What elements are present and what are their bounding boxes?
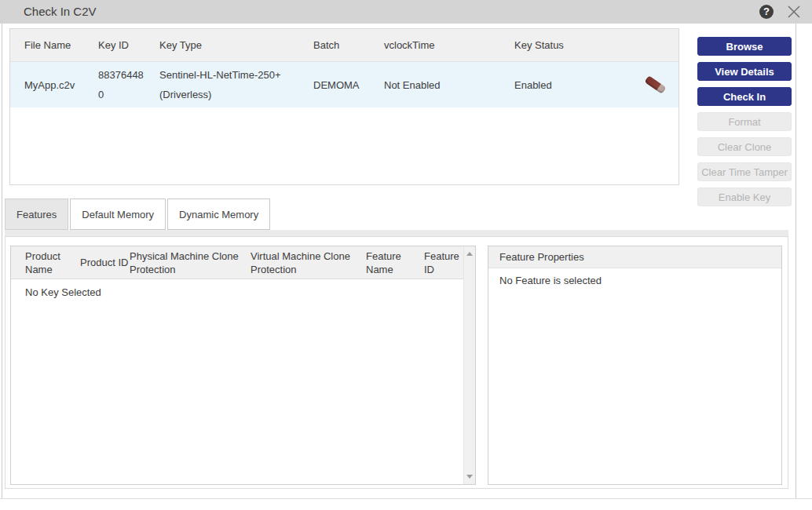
- col-batch: Batch: [313, 39, 384, 51]
- col-key-id: Key ID: [98, 39, 159, 51]
- scroll-up-icon[interactable]: [466, 252, 473, 256]
- key-row-file-name: MyApp.c2v: [10, 75, 98, 95]
- browse-button[interactable]: Browse: [697, 37, 792, 56]
- clear-clone-button: Clear Clone: [697, 137, 792, 156]
- tab-underline-strip: [5, 230, 788, 236]
- format-button: Format: [697, 112, 792, 131]
- key-row-vclocktime: Not Enabled: [384, 75, 514, 95]
- col-key-status: Key Status: [514, 39, 632, 51]
- key-row-key-id: 883764480: [98, 65, 159, 104]
- key-table: File Name Key ID Key Type Batch vclockTi…: [9, 28, 679, 185]
- dialog-titlebar: Check In C2V ?: [0, 0, 812, 24]
- tab-features[interactable]: Features: [5, 199, 68, 230]
- key-row-batch: DEMOMA: [313, 75, 384, 95]
- tab-dynamic-memory[interactable]: Dynamic Memory: [167, 199, 270, 230]
- clear-time-tamper-button: Clear Time Tamper: [697, 162, 792, 181]
- dialog-bottom-border: [0, 498, 812, 499]
- enable-key-button: Enable Key: [697, 188, 792, 206]
- tab-bar: Features Default Memory Dynamic Memory: [5, 199, 272, 230]
- help-icon[interactable]: ?: [759, 5, 774, 19]
- checkin-c2v-dialog: Check In C2V ? File Name Key ID Key Type…: [0, 0, 812, 510]
- col-virtual-clone-protection: Virtual Machine Clone Protection: [251, 250, 366, 276]
- content-wrapper: Product Name Product ID Physical Machine…: [5, 236, 788, 489]
- col-physical-clone-protection: Physical Machine Clone Protection: [130, 250, 251, 276]
- features-scrollbar[interactable]: [463, 246, 475, 484]
- check-in-button[interactable]: Check In: [697, 87, 792, 106]
- key-table-header: File Name Key ID Key Type Batch vclockTi…: [10, 29, 678, 62]
- features-table-panel: Product Name Product ID Physical Machine…: [10, 246, 476, 485]
- col-file-name: File Name: [10, 39, 98, 51]
- col-vclocktime: vclockTime: [384, 39, 514, 51]
- view-details-button[interactable]: View Details: [697, 62, 792, 81]
- features-empty-message: No Key Selected: [11, 279, 475, 298]
- dialog-left-border: [2, 24, 2, 498]
- key-row-key-type: Sentinel-HL-NetTime-250+ (Driverless): [159, 65, 313, 104]
- key-row[interactable]: MyApp.c2v 883764480 Sentinel-HL-NetTime-…: [10, 62, 678, 107]
- col-key-type: Key Type: [159, 39, 313, 51]
- col-feature-id: Feature ID: [424, 250, 463, 276]
- feature-properties-title: Feature Properties: [488, 246, 781, 268]
- col-product-name: Product Name: [11, 250, 80, 276]
- features-table-header: Product Name Product ID Physical Machine…: [11, 246, 475, 279]
- feature-properties-panel: Feature Properties No Feature is selecte…: [488, 246, 782, 485]
- key-row-key-status: Enabled: [514, 75, 632, 95]
- close-icon[interactable]: [786, 4, 802, 20]
- col-product-id: Product ID: [80, 256, 130, 269]
- feature-properties-empty-message: No Feature is selected: [488, 268, 781, 286]
- dialog-right-border: [796, 24, 796, 498]
- action-buttons: Browse View Details Check In Format Clea…: [697, 37, 792, 206]
- tab-default-memory[interactable]: Default Memory: [70, 199, 166, 230]
- scroll-down-icon[interactable]: [466, 475, 473, 479]
- col-feature-name: Feature Name: [366, 250, 424, 276]
- usb-dongle-icon: [645, 75, 667, 94]
- dialog-title: Check In C2V: [24, 0, 97, 24]
